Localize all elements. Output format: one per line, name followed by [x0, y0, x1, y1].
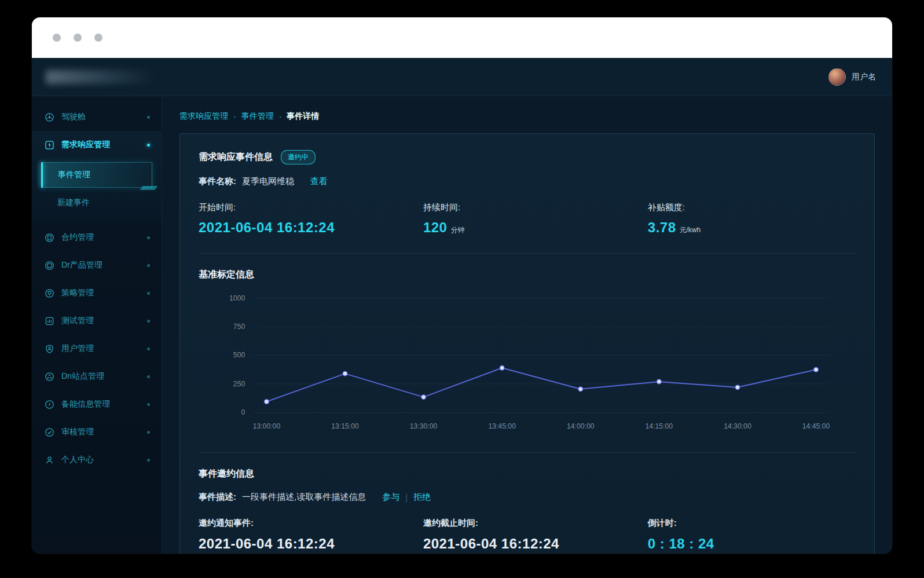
window-control-zoom-icon[interactable] [94, 34, 102, 42]
svg-text:14:00:00: 14:00:00 [567, 422, 595, 430]
sidebar-item-label: 审核管理 [61, 427, 94, 437]
sidebar-subitem-label: 新建事件 [57, 197, 90, 208]
view-link[interactable]: 查看 [310, 176, 328, 187]
expand-dot-icon [147, 116, 150, 119]
sidebar-item-test[interactable]: 测试管理 [32, 307, 162, 335]
profile-icon [45, 455, 54, 465]
sidebar-item-profile[interactable]: 个人中心 [32, 446, 162, 474]
expand-dot-icon [147, 236, 150, 239]
window-control-minimize-icon[interactable] [74, 34, 82, 42]
dn-site-icon [45, 372, 54, 382]
stat-value: 0 : 18 : 24 [648, 536, 856, 552]
expand-dot-icon [147, 144, 150, 147]
main-content: 需求响应管理 · 事件管理 · 事件详情 需求响应事件信息 邀约中 事件名称: … [162, 96, 892, 554]
sidebar-item-demand-response[interactable]: 需求响应管理 [32, 131, 162, 159]
svg-text:13:45:00: 13:45:00 [488, 422, 516, 430]
expand-dot-icon [147, 431, 150, 434]
reject-link[interactable]: 拒绝 [413, 492, 431, 503]
expand-dot-icon [147, 459, 150, 462]
expand-dot-icon [147, 403, 150, 406]
event-desc-value: 一段事件描述,读取事件描述信息 [242, 492, 366, 503]
submenu-demand-response: 事件管理 新建事件 [32, 159, 162, 224]
demand-response-icon [45, 140, 54, 150]
sidebar-item-label: 驾驶舱 [61, 112, 86, 122]
username-label: 用户名 [852, 72, 876, 82]
svg-text:13:00:00: 13:00:00 [253, 422, 281, 430]
breadcrumb: 需求响应管理 · 事件管理 · 事件详情 [179, 111, 875, 122]
stat-invite-notify-time: 邀约通知事件: 2021-06-04 16:12:24 [199, 518, 423, 552]
sidebar-item-strategy[interactable]: 策略管理 [32, 279, 162, 307]
sidebar-item-label: 用户管理 [61, 343, 94, 354]
stat-start-time: 开始时间: 2021-06-04 16:12:24 [199, 202, 423, 236]
stat-label: 开始时间: [199, 202, 423, 213]
event-detail-card: 需求响应事件信息 邀约中 事件名称: 夏季电网维稳 查看 开始时间: 2021-… [179, 133, 875, 554]
sidebar: 驾驶舱 需求响应管理 事件管理 新建事件 [32, 96, 162, 554]
stat-value: 120 [423, 220, 448, 235]
invitation-stats: 邀约通知事件: 2021-06-04 16:12:24 邀约截止时间: 2021… [199, 518, 856, 552]
sidebar-item-cockpit[interactable]: 驾驶舱 [32, 103, 162, 131]
expand-dot-icon [147, 264, 150, 267]
breadcrumb-item[interactable]: 需求响应管理 [179, 111, 228, 122]
stat-label: 邀约截止时间: [423, 518, 648, 529]
baseline-chart-svg: 0250500750100013:00:0013:15:0013:30:0013… [199, 289, 856, 435]
sidebar-item-label: Dr产品管理 [61, 260, 102, 270]
sidebar-item-label: 个人中心 [61, 455, 94, 465]
stat-label: 倒计时: [648, 518, 856, 529]
sidebar-subitem-new-event[interactable]: 新建事件 [41, 190, 152, 215]
expand-dot-icon [147, 347, 150, 350]
stat-value: 2021-06-04 16:12:24 [423, 536, 648, 552]
svg-text:13:30:00: 13:30:00 [410, 422, 438, 430]
sidebar-subitem-event-management[interactable]: 事件管理 [41, 162, 152, 188]
svg-text:250: 250 [233, 380, 245, 388]
svg-text:1000: 1000 [229, 294, 245, 302]
invitation-title: 事件邀约信息 [199, 468, 856, 480]
strategy-icon [45, 288, 54, 298]
svg-text:14:30:00: 14:30:00 [724, 422, 751, 430]
test-icon [45, 316, 54, 326]
link-divider: | [405, 492, 408, 502]
breadcrumb-item[interactable]: 事件管理 [241, 111, 274, 122]
window-control-close-icon[interactable] [53, 34, 61, 42]
sidebar-item-audit[interactable]: 审核管理 [32, 418, 162, 446]
stat-countdown: 倒计时: 0 : 18 : 24 [648, 518, 856, 552]
stat-invite-deadline: 邀约截止时间: 2021-06-04 16:12:24 [423, 518, 648, 552]
stat-label: 持续时间: [423, 202, 648, 213]
sidebar-item-label: 合约管理 [61, 232, 94, 243]
app-header: 用户名 [32, 58, 892, 96]
svg-text:750: 750 [233, 323, 245, 331]
app-window: 用户名 驾驶舱 需求响应管理 事件管理 [32, 17, 892, 554]
sidebar-item-energy-info[interactable]: 备能信息管理 [32, 390, 162, 418]
stat-value: 2021-06-04 16:12:24 [199, 536, 423, 552]
sidebar-item-label: 策略管理 [61, 288, 94, 298]
window-titlebar [32, 17, 892, 58]
sidebar-item-dr-product[interactable]: Dr产品管理 [32, 251, 162, 279]
sidebar-item-dn-site[interactable]: Dn站点管理 [32, 363, 162, 390]
breadcrumb-separator: · [279, 112, 282, 121]
svg-text:500: 500 [233, 351, 245, 359]
stat-subsidy: 补贴额度: 3.78元/kwh [648, 202, 856, 236]
cockpit-icon [45, 112, 54, 122]
stat-duration: 持续时间: 120分钟 [423, 202, 648, 236]
sidebar-item-label: 测试管理 [61, 316, 94, 326]
event-name-value: 夏季电网维稳 [242, 176, 294, 187]
join-link[interactable]: 参与 [382, 492, 399, 503]
section-divider [199, 253, 856, 254]
stat-unit: 元/kwh [680, 226, 701, 234]
sidebar-item-user-management[interactable]: 用户管理 [32, 335, 162, 363]
user-menu[interactable]: 用户名 [828, 68, 876, 86]
event-name-label: 事件名称: [199, 176, 236, 187]
sidebar-subitem-label: 事件管理 [58, 170, 90, 180]
contract-icon [45, 233, 54, 243]
sidebar-item-label: Dn站点管理 [61, 371, 104, 382]
user-management-icon [45, 344, 54, 354]
stat-label: 邀约通知事件: [199, 518, 423, 529]
status-badge: 邀约中 [281, 150, 316, 164]
sidebar-item-contract[interactable]: 合约管理 [32, 224, 162, 251]
event-desc-label: 事件描述: [199, 492, 236, 503]
baseline-title: 基准标定信息 [199, 269, 856, 281]
user-avatar[interactable] [828, 68, 846, 86]
app-logo [46, 70, 156, 84]
audit-icon [45, 427, 54, 437]
sidebar-group-demand-response: 需求响应管理 事件管理 新建事件 [32, 131, 162, 224]
dr-product-icon [45, 261, 54, 270]
